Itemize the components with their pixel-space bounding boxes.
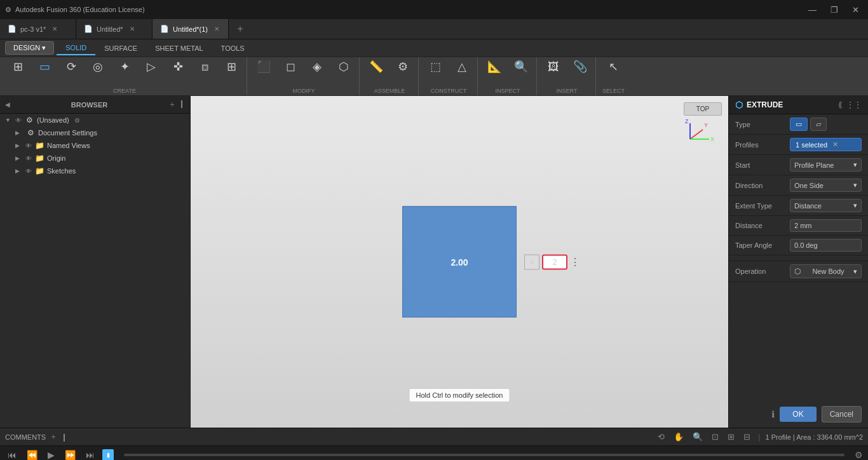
browser-arrow: ▼ xyxy=(5,117,13,123)
grid-toggle-icon[interactable]: ⊞ xyxy=(725,431,737,443)
browser-item-origin[interactable]: ▶ 👁 📁 Origin xyxy=(0,152,190,165)
tab-untitled[interactable]: 📄 Untitled* ✕ xyxy=(76,19,153,39)
timeline-thumb[interactable]: ▮ xyxy=(102,449,114,461)
insert-image-btn[interactable]: 🖼 xyxy=(541,58,566,76)
revolve-btn[interactable]: ⟳ xyxy=(58,57,84,76)
browser-item-named-views[interactable]: ▶ 👁 📁 Named Views xyxy=(0,139,190,152)
view-cube-top-label[interactable]: TOP xyxy=(684,102,722,116)
operation-select[interactable]: ⬡ New Body ▾ xyxy=(790,264,862,278)
loft-btn[interactable]: ✦ xyxy=(112,57,137,76)
new-tab-button[interactable]: ＋ xyxy=(229,22,252,36)
view-cube[interactable]: TOP X Y Z xyxy=(684,102,722,140)
mode-tab-sheetmetal[interactable]: SHEET METAL xyxy=(146,41,212,55)
profiles-select[interactable]: 1 selected ✕ xyxy=(790,138,862,151)
construct-group-label: CONSTRUCT xyxy=(428,88,470,94)
panel-row-direction: Direction One Side ▾ xyxy=(729,175,868,196)
inspect-tools-row: 📐 🔍 xyxy=(482,57,534,76)
visibility-icon[interactable]: 👁 xyxy=(25,155,32,162)
panel-expand-btn[interactable]: ⟪ xyxy=(838,100,843,109)
chamfer-btn[interactable]: ◈ xyxy=(304,57,330,76)
sweep-btn[interactable]: ◎ xyxy=(85,57,111,76)
measure-btn[interactable]: 📐 xyxy=(482,57,507,76)
fit-view-icon[interactable]: ⊡ xyxy=(709,431,721,443)
svg-text:X: X xyxy=(710,136,714,142)
settings-icon[interactable]: ⚙ xyxy=(74,117,80,124)
rib-btn[interactable]: ▷ xyxy=(139,57,164,76)
tab-close-btn[interactable]: ✕ xyxy=(214,25,219,32)
distance-label: Distance xyxy=(735,222,786,229)
type-solid-btn[interactable]: ▭ xyxy=(790,118,808,131)
shell-btn[interactable]: ⬡ xyxy=(331,57,356,76)
press-pull-btn[interactable]: ⬛ xyxy=(251,57,276,76)
design-button[interactable]: DESIGN ▾ xyxy=(5,41,54,55)
browser-item-sketches[interactable]: ▶ 👁 📁 Sketches xyxy=(0,165,190,177)
construct-btn2[interactable]: △ xyxy=(449,57,475,76)
visibility-icon[interactable]: 👁 xyxy=(25,168,32,175)
profiles-clear-btn[interactable]: ✕ xyxy=(832,140,838,149)
cancel-button[interactable]: Cancel xyxy=(822,406,862,423)
shape-input[interactable]: 2 xyxy=(542,254,567,269)
select-btn[interactable]: ↖ xyxy=(601,57,627,76)
distance-input[interactable] xyxy=(790,219,862,232)
extrude-btn[interactable]: ▭ xyxy=(32,57,57,76)
joint-btn[interactable]: 📏 xyxy=(363,57,389,76)
close-button[interactable]: ✕ xyxy=(848,4,863,16)
browser-item-doc-settings[interactable]: ▶ ⚙ Document Settings xyxy=(0,126,190,139)
create-new-component-btn[interactable]: ⊞ xyxy=(5,57,31,76)
assemble-btn[interactable]: ⚙ xyxy=(390,57,416,76)
shape-more-options[interactable]: ⋮ xyxy=(570,256,580,268)
panel-more-btn[interactable]: ⋮⋮ xyxy=(846,100,862,109)
shape-drag-handle[interactable]: ≡ xyxy=(524,254,539,269)
timeline-end-btn[interactable]: ⏭ xyxy=(83,449,97,461)
info-icon[interactable]: ℹ xyxy=(771,409,775,419)
pan-tool-icon[interactable]: ✋ xyxy=(671,431,686,443)
mode-tab-surface[interactable]: SURFACE xyxy=(95,41,146,55)
taper-angle-input[interactable] xyxy=(790,239,862,252)
tab-pc3[interactable]: 📄 pc-3 v1* ✕ xyxy=(0,19,76,39)
ok-button[interactable]: OK xyxy=(780,407,816,422)
browser-title: BROWSER xyxy=(71,101,107,109)
fillet-btn[interactable]: ◻ xyxy=(278,57,303,76)
type-surface-btn[interactable]: ▱ xyxy=(810,118,827,131)
mode-tab-solid[interactable]: SOLID xyxy=(57,41,95,55)
zoom-tool-icon[interactable]: 🔍 xyxy=(690,431,705,443)
inspect-btn2[interactable]: 🔍 xyxy=(508,57,534,76)
comments-plus-icon[interactable]: ＋ xyxy=(50,431,57,442)
maximize-button[interactable]: ❐ xyxy=(827,4,842,16)
browser-arrow: ▶ xyxy=(15,142,23,149)
toolbar-group-insert: 🖼 📎 INSERT xyxy=(538,57,596,95)
timeline-prev-btn[interactable]: ⏪ xyxy=(24,449,40,461)
timeline-settings-icon[interactable]: ⚙ xyxy=(855,450,863,460)
tab-close-btn[interactable]: ✕ xyxy=(52,25,57,32)
browser-plus-icon[interactable]: ＋ xyxy=(168,99,176,110)
pattern-btn[interactable]: ⊞ xyxy=(219,57,244,76)
viewport[interactable]: 2.00 ≡ 2 ⋮ Hold Ctrl to modify selection… xyxy=(191,96,728,428)
move-btn[interactable]: ✜ xyxy=(165,57,191,76)
direction-select[interactable]: One Side ▾ xyxy=(790,179,862,192)
tab-untitled-1[interactable]: 📄 Untitled*(1) ✕ xyxy=(153,19,229,39)
mirror-btn[interactable]: ⧈ xyxy=(192,58,217,76)
visibility-icon[interactable]: 👁 xyxy=(25,142,32,149)
extent-type-select[interactable]: Distance ▾ xyxy=(790,199,862,212)
orbit-tool-icon[interactable]: ⟲ xyxy=(655,431,667,443)
insert-mesh-btn[interactable]: 📎 xyxy=(567,57,593,76)
3d-shape: 2.00 xyxy=(402,206,517,318)
comments-collapse-icon[interactable]: ❙ xyxy=(61,433,67,442)
mode-row: DESIGN ▾ SOLID SURFACE SHEET METAL TOOLS xyxy=(0,39,868,57)
browser-collapse-icon[interactable]: ❙ xyxy=(179,99,185,110)
mode-tab-tools[interactable]: TOOLS xyxy=(212,41,254,55)
tab-close-btn[interactable]: ✕ xyxy=(130,25,135,32)
visibility-icon[interactable]: 👁 xyxy=(15,117,22,124)
browser-item-unsaved[interactable]: ▼ 👁 ⚙ (Unsaved) ⚙ xyxy=(0,114,190,126)
display-settings-icon[interactable]: ⊟ xyxy=(741,431,753,443)
timeline-next-btn[interactable]: ⏩ xyxy=(62,449,78,461)
minimize-button[interactable]: — xyxy=(804,4,820,16)
extent-type-label: Extent Type xyxy=(735,202,786,210)
offset-plane-btn[interactable]: ⬚ xyxy=(423,57,448,76)
timeline-track[interactable] xyxy=(124,454,844,456)
start-select[interactable]: Profile Plane ▾ xyxy=(790,158,862,172)
timeline-start-btn[interactable]: ⏮ xyxy=(5,449,19,461)
timeline-play-btn[interactable]: ▶ xyxy=(45,449,57,461)
inspect-group-label: INSPECT xyxy=(492,88,522,94)
panel-row-start: Start Profile Plane ▾ xyxy=(729,155,868,175)
